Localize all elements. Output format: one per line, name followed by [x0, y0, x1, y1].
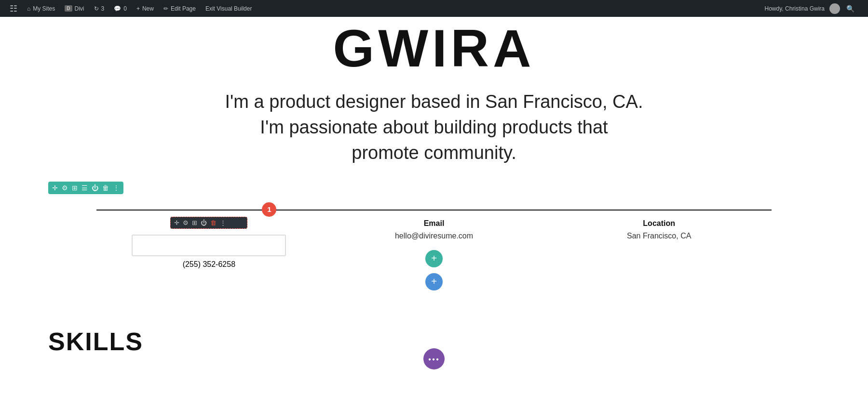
- email-divider: [322, 210, 547, 211]
- module-delete-icon[interactable]: 🗑: [210, 219, 217, 226]
- module-toolbar: ✛ ⚙ ⊞ ⏻ 🗑 ⋮: [170, 217, 247, 229]
- more-options-button[interactable]: ●●●: [423, 348, 445, 369]
- comments-count: 0: [123, 5, 127, 12]
- new-item[interactable]: + New: [132, 0, 159, 17]
- add-module-button-teal[interactable]: +: [425, 250, 443, 267]
- plus-icon: +: [136, 5, 140, 12]
- row-settings-icon[interactable]: ⚙: [62, 184, 68, 192]
- email-column: Email hello@diviresume.com + +: [322, 210, 547, 293]
- phone-module-box[interactable]: [132, 235, 286, 256]
- module-duplicate-icon[interactable]: ⊞: [192, 219, 197, 226]
- row-toolbar: ✛ ⚙ ⊞ ☰ ⏻ 🗑 ⋮: [48, 182, 123, 194]
- phone-divider: [96, 210, 322, 211]
- email-label: Email: [424, 219, 445, 228]
- exit-builder-item[interactable]: Exit Visual Builder: [201, 0, 257, 17]
- more-options-icon: ●●●: [428, 356, 440, 362]
- divi-label: Divi: [75, 5, 84, 12]
- admin-bar-right: Howdy, Christina Gwira 🔍: [760, 3, 863, 14]
- location-column: Location San Francisco, CA: [546, 210, 772, 293]
- location-value: San Francisco, CA: [627, 232, 691, 240]
- comments-item[interactable]: 💬 0: [109, 0, 132, 17]
- admin-bar: ☷ ⌂ My Sites D Divi ↻ 3 💬 0 + New ✏ Edit…: [0, 0, 868, 17]
- new-label: New: [142, 5, 154, 12]
- row-disable-icon[interactable]: ⏻: [92, 184, 98, 192]
- updates-item[interactable]: ↻ 3: [89, 0, 109, 17]
- module-add-icon[interactable]: ✛: [174, 219, 179, 226]
- location-label: Location: [643, 219, 675, 228]
- add-module-button-blue[interactable]: +: [425, 273, 443, 290]
- number-badge: 1: [262, 202, 276, 217]
- phone-column: 1 ✛ ⚙ ⊞ ⏻ 🗑 ⋮ (255) 352-6258: [96, 210, 322, 293]
- my-sites-label: My Sites: [33, 5, 55, 12]
- house-icon: ⌂: [27, 5, 30, 12]
- tagline-section: I'm a product designer based in San Fran…: [0, 75, 868, 181]
- wp-icon: ☷: [10, 3, 17, 14]
- exit-builder-label: Exit Visual Builder: [205, 5, 252, 12]
- pencil-icon: ✏: [163, 5, 168, 12]
- row-add-icon[interactable]: ✛: [52, 184, 58, 192]
- page-content: GWIRA I'm a product designer based in Sa…: [0, 17, 868, 366]
- wp-logo-item[interactable]: ☷: [5, 0, 22, 17]
- row-columns-icon[interactable]: ☰: [81, 184, 88, 192]
- module-settings-icon[interactable]: ⚙: [183, 219, 189, 226]
- howdy-text: Howdy, Christina Gwira: [765, 5, 825, 12]
- refresh-icon: ↻: [94, 5, 99, 12]
- location-divider: [546, 210, 772, 211]
- module-disable-icon[interactable]: ⏻: [201, 219, 207, 226]
- divi-icon: D: [65, 5, 72, 12]
- badge-number: 1: [267, 205, 271, 213]
- row-more-icon[interactable]: ⋮: [113, 184, 120, 192]
- hero-name: GWIRA: [0, 22, 868, 75]
- comment-icon: 💬: [114, 5, 121, 12]
- email-value: hello@diviresume.com: [395, 232, 473, 240]
- add-teal-icon: +: [431, 253, 437, 264]
- hero-name-section: GWIRA: [0, 17, 868, 75]
- my-sites-item[interactable]: ⌂ My Sites: [22, 0, 60, 17]
- tagline-line1: I'm a product designer based in San Fran…: [225, 92, 643, 163]
- edit-page-label: Edit Page: [171, 5, 196, 12]
- row-delete-icon[interactable]: 🗑: [102, 184, 109, 192]
- contact-section-wrapper: ✛ ⚙ ⊞ ☰ ⏻ 🗑 ⋮ 1 ✛ ⚙ ⊞ ⏻: [0, 181, 868, 308]
- row-duplicate-icon[interactable]: ⊞: [72, 184, 78, 192]
- contact-section: 1 ✛ ⚙ ⊞ ⏻ 🗑 ⋮ (255) 352-6258: [48, 190, 820, 308]
- edit-page-item[interactable]: ✏ Edit Page: [159, 0, 201, 17]
- avatar: [829, 3, 840, 14]
- phone-value: (255) 352-6258: [183, 260, 235, 269]
- search-icon[interactable]: 🔍: [842, 5, 858, 13]
- divi-item[interactable]: D Divi: [60, 0, 89, 17]
- add-blue-icon: +: [431, 276, 437, 287]
- module-more-icon[interactable]: ⋮: [220, 219, 226, 226]
- updates-count: 3: [101, 5, 105, 12]
